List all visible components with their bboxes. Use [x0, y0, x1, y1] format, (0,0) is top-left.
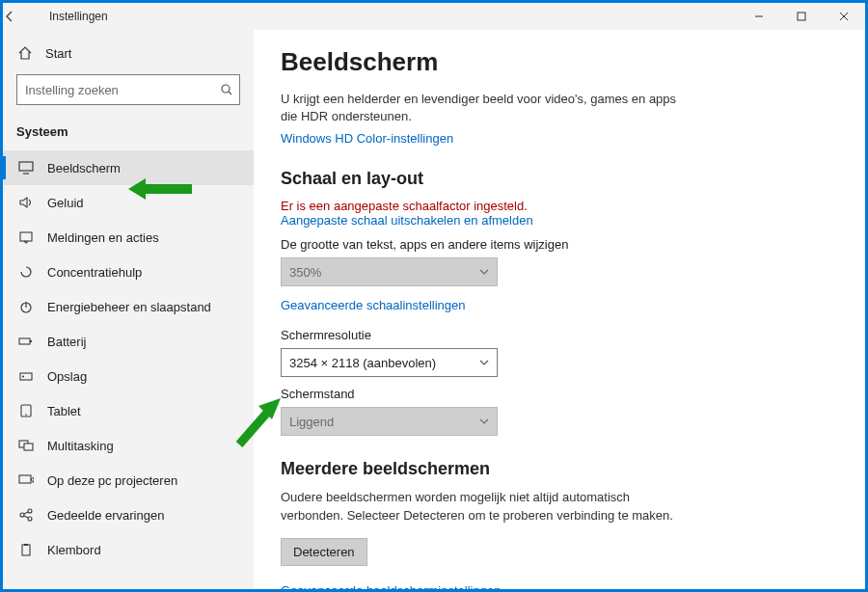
power-icon: [16, 300, 36, 313]
svg-point-2: [222, 85, 230, 93]
sidebar-item-label: Geluid: [47, 196, 84, 210]
sidebar-item-beeldscherm[interactable]: Beeldscherm: [3, 150, 254, 185]
orientation-label: Schermstand: [281, 387, 838, 401]
multitasking-icon: [16, 439, 36, 452]
sidebar-item-label: Klembord: [47, 543, 101, 557]
home-icon: [16, 45, 34, 61]
svg-rect-1: [798, 13, 805, 20]
page-title: Beeldscherm: [281, 47, 838, 77]
text-size-value: 350%: [289, 265, 321, 280]
sound-icon: [16, 196, 36, 209]
titlebar: Instellingen: [3, 3, 865, 30]
orientation-value: Liggend: [289, 415, 334, 429]
svg-rect-11: [20, 373, 32, 380]
sidebar-item-opslag[interactable]: Opslag: [3, 359, 254, 393]
chevron-down-icon: [479, 418, 489, 424]
sidebar-item-label: Tablet: [47, 404, 81, 418]
sidebar-item-label: Op deze pc projecteren: [47, 473, 177, 488]
display-icon: [16, 161, 36, 175]
project-icon: [16, 473, 36, 487]
home-label: Start: [45, 46, 71, 61]
sidebar-item-label: Beeldscherm: [47, 161, 121, 175]
svg-rect-22: [24, 544, 28, 546]
svg-point-20: [28, 517, 32, 521]
home-link[interactable]: Start: [3, 38, 254, 70]
sidebar-item-multitasking[interactable]: Multitasking: [3, 428, 254, 463]
advanced-display-link[interactable]: Geavanceerde beeldscherminstellingen: [281, 583, 838, 589]
scale-revert-link[interactable]: Aangepaste schaal uitschakelen en afmeld…: [281, 213, 838, 228]
minimize-button[interactable]: [738, 3, 780, 30]
search-placeholder: Instelling zoeken: [25, 83, 220, 97]
resolution-label: Schermresolutie: [281, 328, 838, 342]
svg-rect-4: [19, 162, 33, 171]
svg-line-3: [229, 92, 231, 94]
orientation-select[interactable]: Liggend: [281, 407, 498, 436]
sidebar-item-label: Batterij: [47, 335, 86, 349]
scale-heading: Schaal en lay-out: [281, 169, 838, 189]
multiple-displays-heading: Meerdere beeldschermen: [281, 459, 838, 479]
search-icon: [220, 83, 233, 96]
window-title: Instellingen: [45, 10, 108, 23]
svg-point-12: [22, 376, 24, 378]
chevron-down-icon: [479, 269, 489, 275]
sidebar-item-klembord[interactable]: Klembord: [3, 532, 254, 567]
sidebar-item-tablet[interactable]: Tablet: [3, 393, 254, 428]
sidebar-item-batterij[interactable]: Batterij: [3, 324, 254, 359]
sidebar-item-label: Meldingen en acties: [47, 230, 159, 245]
svg-rect-17: [19, 475, 31, 483]
advanced-scale-link[interactable]: Geavanceerde schaalinstellingen: [281, 298, 838, 312]
sidebar-item-label: Energiebeheer en slaapstand: [47, 300, 211, 314]
content-pane: Beeldscherm U krijgt een helderder en le…: [254, 30, 865, 589]
svg-rect-16: [24, 444, 33, 450]
clipboard-icon: [16, 543, 36, 556]
search-input[interactable]: Instelling zoeken: [16, 74, 240, 105]
text-size-select[interactable]: 350%: [281, 257, 498, 286]
focus-icon: [16, 265, 36, 279]
sidebar-item-project[interactable]: Op deze pc projecteren: [3, 463, 254, 498]
detect-button[interactable]: Detecteren: [281, 538, 367, 566]
svg-point-18: [20, 513, 24, 517]
maximize-button[interactable]: [780, 3, 823, 30]
sidebar-item-label: Opslag: [47, 369, 87, 384]
sidebar-item-label: Multitasking: [47, 439, 114, 453]
sidebar-item-concentratiehulp[interactable]: Concentratiehulp: [3, 255, 254, 289]
sidebar-item-geluid[interactable]: Geluid: [3, 185, 254, 220]
svg-rect-21: [22, 545, 30, 555]
sidebar-item-label: Gedeelde ervaringen: [47, 508, 164, 523]
hdr-settings-link[interactable]: Windows HD Color-instellingen: [281, 131, 838, 146]
svg-rect-6: [20, 232, 32, 241]
sidebar-item-gedeeld[interactable]: Gedeelde ervaringen: [3, 498, 254, 532]
battery-icon: [16, 335, 36, 348]
category-title: Systeem: [3, 115, 254, 145]
sidebar: Start Instelling zoeken Systeem Beeldsch…: [3, 30, 254, 589]
close-button[interactable]: [823, 3, 865, 30]
back-button[interactable]: [3, 10, 45, 23]
resolution-value: 3254 × 2118 (aanbevolen): [289, 356, 436, 370]
svg-point-19: [28, 509, 32, 513]
notifications-icon: [16, 230, 36, 244]
shared-icon: [16, 508, 36, 522]
sidebar-item-meldingen[interactable]: Meldingen en acties: [3, 220, 254, 255]
tablet-icon: [16, 404, 36, 417]
sidebar-item-energiebeheer[interactable]: Energiebeheer en slaapstand: [3, 289, 254, 324]
svg-rect-10: [30, 340, 32, 342]
sidebar-item-label: Concentratiehulp: [47, 265, 142, 280]
scale-warning: Er is een aangepaste schaalfactor ingest…: [281, 199, 838, 213]
hdr-description: U krijgt een helderder en levendiger bee…: [281, 91, 686, 125]
svg-rect-9: [19, 338, 30, 344]
text-size-label: De grootte van tekst, apps en andere ite…: [281, 237, 838, 252]
multiple-displays-description: Oudere beeldschermen worden mogelijk nie…: [281, 489, 686, 524]
storage-icon: [16, 369, 36, 383]
resolution-select[interactable]: 3254 × 2118 (aanbevolen): [281, 348, 498, 377]
chevron-down-icon: [479, 360, 489, 365]
